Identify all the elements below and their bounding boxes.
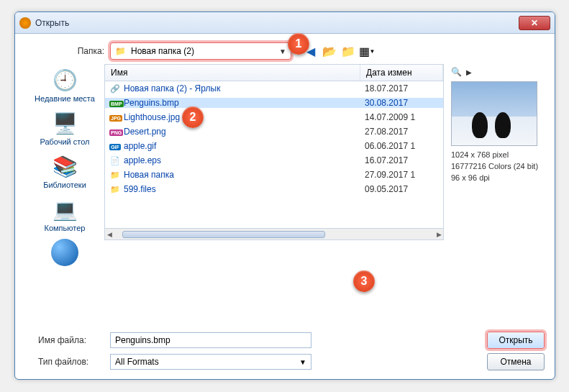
preview-dimensions: 1024 x 768 pixel — [451, 149, 545, 160]
app-icon — [19, 17, 31, 29]
file-icon: GIF — [109, 142, 121, 150]
place-label: Библиотеки — [43, 181, 86, 189]
folder-combo-text: Новая папка (2) — [131, 46, 194, 56]
dialog-content: Папка: 📁 Новая папка (2) ▼ ◀ 📂 📁 ▦▼ 🕘 Не… — [15, 34, 555, 379]
places-bar: 🕘 Недавние места 🖥️ Рабочий стол 📚 Библи… — [25, 64, 104, 324]
views-button[interactable]: ▦▼ — [359, 43, 375, 59]
preview-tools: 🔍 ▶ — [451, 64, 545, 80]
close-button[interactable]: ✕ — [519, 16, 550, 30]
annotation-badge-3: 3 — [353, 270, 375, 292]
filename-label: Имя файла: — [25, 335, 104, 345]
filetype-row: Тип файлов: All Formats ▼ Отмена — [25, 353, 545, 370]
file-name: apple.eps — [124, 155, 161, 165]
preview-next-icon[interactable]: ▶ — [466, 68, 472, 76]
titlebar[interactable]: Открыть ✕ — [15, 12, 555, 34]
chevron-down-icon: ▼ — [279, 47, 286, 55]
horizontal-scrollbar[interactable]: ◀ ▶ — [105, 228, 443, 240]
place-libraries[interactable]: 📚 Библиотеки — [32, 153, 97, 189]
preview-colors: 16777216 Colors (24 bit) — [451, 160, 545, 172]
place-label: Недавние места — [35, 94, 95, 103]
file-icon: JPG — [109, 113, 121, 122]
mid-area: 🕘 Недавние места 🖥️ Рабочий стол 📚 Библи… — [25, 64, 545, 324]
file-icon: 📁 — [109, 185, 121, 194]
folder-icon: 📁 — [115, 46, 127, 56]
preview-pane: 🔍 ▶ 1024 x 768 pixel 16777216 Colors (24… — [444, 64, 545, 324]
file-list-header: Имя Дата измен — [105, 65, 443, 81]
file-icon: PNG — [109, 127, 121, 136]
file-row[interactable]: 🔗Новая папка (2) - Ярлык18.07.2017 — [105, 81, 443, 96]
file-name: Penguins.bmp — [124, 98, 179, 108]
file-date: 18.07.2017 — [360, 83, 443, 94]
file-icon: 📄 — [109, 156, 121, 165]
bottom-controls: Имя файла: Открыть Тип файлов: All Forma… — [25, 332, 545, 370]
computer-icon: 💻 — [50, 196, 80, 222]
file-list-pane: Имя Дата измен 🔗Новая папка (2) - Ярлык1… — [104, 64, 444, 240]
file-row[interactable]: 📁Новая папка27.09.2017 1 — [105, 168, 443, 182]
place-label: Рабочий стол — [40, 137, 89, 146]
file-name: 599.files — [124, 184, 156, 194]
file-row[interactable]: BMPPenguins.bmp30.08.2017 — [105, 96, 443, 110]
desktop-icon: 🖥️ — [50, 110, 80, 136]
recent-icon: 🕘 — [50, 67, 80, 93]
place-desktop[interactable]: 🖥️ Рабочий стол — [32, 110, 97, 146]
folder-row: Папка: 📁 Новая папка (2) ▼ ◀ 📂 📁 ▦▼ — [25, 42, 545, 60]
nav-buttons: ◀ 📂 📁 ▦▼ — [303, 43, 375, 59]
place-network[interactable] — [32, 240, 97, 267]
preview-info: 1024 x 768 pixel 16777216 Colors (24 bit… — [451, 149, 545, 183]
preview-image — [451, 81, 537, 146]
filename-input[interactable] — [110, 332, 311, 348]
place-computer[interactable]: 💻 Компьютер — [32, 196, 97, 232]
file-name: Lighthouse.jpg — [124, 112, 180, 122]
file-date: 14.07.2009 1 — [360, 112, 443, 122]
file-name: Desert.png — [124, 127, 166, 137]
file-date: 27.08.2017 — [360, 127, 443, 137]
network-icon — [50, 240, 80, 265]
open-button[interactable]: Открыть — [487, 332, 545, 349]
file-icon: 🔗 — [109, 84, 121, 94]
place-label: Компьютер — [45, 224, 86, 232]
file-row[interactable]: PNGDesert.png27.08.2017 — [105, 124, 443, 139]
scroll-thumb[interactable] — [122, 231, 325, 238]
filetype-value: All Formats — [115, 357, 159, 367]
window-title: Открыть — [35, 18, 519, 28]
folder-combo[interactable]: 📁 Новая папка (2) ▼ — [110, 42, 291, 60]
file-icon: BMP — [109, 99, 121, 107]
file-date: 30.08.2017 — [360, 98, 443, 108]
libraries-icon: 📚 — [50, 153, 80, 179]
file-row[interactable]: 📁599.files09.05.2017 — [105, 182, 443, 196]
file-row[interactable]: JPGLighthouse.jpg14.07.2009 1 — [105, 110, 443, 124]
filetype-label: Тип файлов: — [25, 357, 104, 367]
file-name: Новая папка — [124, 170, 174, 180]
file-list-body[interactable]: 🔗Новая папка (2) - Ярлык18.07.2017BMPPen… — [105, 81, 443, 228]
annotation-badge-2: 2 — [182, 106, 204, 128]
place-recent[interactable]: 🕘 Недавние места — [32, 67, 97, 103]
preview-icon[interactable]: 🔍 — [451, 67, 462, 77]
col-date[interactable]: Дата измен — [360, 65, 443, 81]
filetype-select[interactable]: All Formats ▼ — [110, 354, 311, 370]
file-date: 09.05.2017 — [360, 184, 443, 194]
col-name[interactable]: Имя — [105, 65, 360, 81]
up-button[interactable]: 📂 — [322, 43, 337, 59]
file-row[interactable]: GIFapple.gif06.06.2017 1 — [105, 139, 443, 153]
file-date: 27.09.2017 1 — [360, 170, 443, 180]
file-date: 06.06.2017 1 — [360, 141, 443, 151]
file-icon: 📁 — [109, 170, 121, 180]
folder-selector: 📁 Новая папка (2) ▼ — [110, 42, 291, 60]
annotation-badge-1: 1 — [288, 33, 309, 55]
preview-dpi: 96 x 96 dpi — [451, 172, 545, 183]
new-folder-button[interactable]: 📁 — [340, 43, 356, 59]
file-name: Новая папка (2) - Ярлык — [124, 83, 220, 94]
file-name: apple.gif — [124, 141, 156, 151]
file-date: 16.07.2017 — [360, 155, 443, 165]
folder-label: Папка: — [25, 46, 104, 56]
open-dialog: Открыть ✕ Папка: 📁 Новая папка (2) ▼ ◀ 📂… — [14, 12, 555, 380]
cancel-button[interactable]: Отмена — [487, 353, 545, 370]
chevron-down-icon: ▼ — [299, 358, 306, 366]
file-row[interactable]: 📄apple.eps16.07.2017 — [105, 153, 443, 168]
filename-row: Имя файла: Открыть — [25, 332, 545, 349]
